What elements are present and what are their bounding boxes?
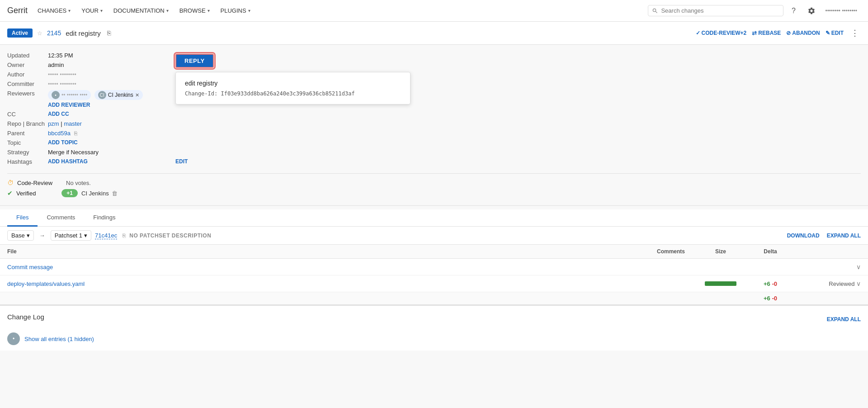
- change-title: edit registry: [66, 29, 101, 37]
- table-row: deploy-templates/values.yaml +6 -0 Revie…: [0, 275, 868, 292]
- your-chevron-icon: ▾: [100, 8, 103, 13]
- abandon-button[interactable]: ⊘ ABANDON: [786, 30, 820, 36]
- strategy-row: Strategy Merge if Necessary: [7, 149, 161, 156]
- reviewer2-remove-button[interactable]: ✕: [135, 92, 139, 98]
- tab-files[interactable]: Files: [7, 209, 38, 227]
- meta-section: Updated 12:35 PM Owner admin Author ••••…: [7, 52, 861, 173]
- reply-button[interactable]: REPLY: [175, 54, 214, 68]
- reviewer2-avatar: CI: [98, 91, 106, 99]
- delete-vote-button[interactable]: 🗑: [112, 190, 118, 197]
- patchset-actions: DOWNLOAD EXPAND ALL: [787, 232, 861, 239]
- download-button[interactable]: DOWNLOAD: [787, 232, 820, 239]
- pending-icon: ⏱: [7, 179, 14, 186]
- total-delta-remove: -0: [772, 295, 777, 302]
- base-select[interactable]: Base ▾: [7, 230, 34, 241]
- header-actions: ✓ CODE-REVIEW+2 ⇄ REBASE ⊘ ABANDON ✎ EDI…: [696, 27, 861, 39]
- copy-change-id-button[interactable]: ⎘: [105, 28, 113, 38]
- expand-all-button[interactable]: EXPAND ALL: [827, 232, 861, 239]
- repo-branch-row: Repo | Branch pzm | master: [7, 120, 161, 127]
- meta-left: Updated 12:35 PM Owner admin Author ••••…: [7, 52, 161, 168]
- plugins-chevron-icon: ▾: [248, 8, 250, 13]
- nav-plugins[interactable]: PLUGINS ▾: [216, 0, 255, 22]
- change-log-expand-all[interactable]: EXPAND ALL: [827, 316, 861, 323]
- arrow-icon: →: [39, 232, 45, 239]
- file-link[interactable]: deploy-templates/values.yaml: [7, 280, 85, 287]
- nav-documentation[interactable]: DOCUMENTATION ▾: [109, 0, 173, 22]
- totals-row: +6 -0: [0, 292, 868, 305]
- reviewer2-chip: CI CI Jenkins ✕: [94, 90, 143, 100]
- nav-changes[interactable]: CHANGES ▾: [33, 0, 75, 22]
- verified-user: CI Jenkins: [81, 190, 109, 197]
- top-nav: Gerrit CHANGES ▾ YOUR ▾ DOCUMENTATION ▾ …: [0, 0, 868, 22]
- search-input[interactable]: [661, 7, 779, 14]
- add-cc-link[interactable]: ADD CC: [48, 111, 69, 117]
- app-logo: Gerrit: [7, 6, 28, 15]
- total-delta-add: +6: [764, 295, 770, 302]
- file-table: File Comments Size Delta Commit message …: [0, 245, 868, 305]
- change-number-link[interactable]: 2145: [47, 29, 61, 37]
- add-topic-link[interactable]: ADD TOPIC: [48, 139, 78, 146]
- copy-parent-button[interactable]: ⎘: [74, 130, 77, 137]
- show-all-entries-link[interactable]: Show all entries (1 hidden): [24, 336, 94, 342]
- rebase-button[interactable]: ⇄ REBASE: [752, 30, 781, 37]
- edit-commit-link[interactable]: EDIT: [175, 158, 188, 165]
- code-review-button[interactable]: ✓ CODE-REVIEW+2: [696, 30, 747, 36]
- base-chevron-icon: ▾: [27, 232, 30, 239]
- files-tabs: Files Comments Findings: [0, 209, 868, 227]
- row2-expand-icon[interactable]: ∨: [856, 280, 861, 287]
- change-log-entry: • Show all entries (1 hidden): [7, 331, 861, 347]
- popup-title: edit registry: [185, 80, 401, 87]
- hashtags-row: Hashtags ADD HASHTAG: [7, 158, 161, 165]
- help-button[interactable]: ?: [785, 3, 802, 19]
- delta-remove: -0: [772, 280, 777, 287]
- tab-findings[interactable]: Findings: [84, 209, 124, 227]
- parent-link[interactable]: bbcd59a: [48, 130, 71, 137]
- main-content: Updated 12:35 PM Owner admin Author ••••…: [0, 45, 868, 205]
- add-hashtag-link[interactable]: ADD HASHTAG: [48, 158, 88, 165]
- change-log-section: Change Log EXPAND ALL • Show all entries…: [0, 305, 868, 351]
- reply-section: REPLY edit registry Change-Id: If03e933d…: [175, 52, 214, 168]
- add-reviewer-link[interactable]: ADD REVIEWER: [48, 102, 90, 108]
- section-divider: [0, 205, 868, 206]
- cc-row: CC ADD CC: [7, 111, 161, 118]
- settings-button[interactable]: [803, 3, 820, 19]
- avatar: •: [7, 332, 20, 345]
- reviewer1-avatar: •: [52, 91, 60, 99]
- repo-link[interactable]: pzm: [48, 120, 59, 127]
- browse-chevron-icon: ▾: [208, 8, 210, 13]
- commit-hash-link[interactable]: 71c41ec: [95, 232, 117, 239]
- nav-your[interactable]: YOUR ▾: [77, 0, 107, 22]
- more-actions-button[interactable]: ⋮: [849, 27, 861, 39]
- star-icon[interactable]: ☆: [37, 30, 42, 37]
- code-review-vote-row: ⏱ Code-Review No votes.: [7, 179, 861, 186]
- row-expand-icon[interactable]: ∨: [856, 263, 861, 270]
- search-bar: [648, 5, 783, 16]
- patchset-select[interactable]: Patchset 1 ▾: [51, 230, 91, 241]
- verified-badge: +1: [61, 189, 78, 197]
- verified-vote-row: ✔ Verified +1 CI Jenkins 🗑: [7, 189, 861, 197]
- delta-add: +6: [764, 280, 770, 287]
- tab-comments[interactable]: Comments: [38, 209, 84, 227]
- popup-change-id: Change-Id: If03e933dd8ba626a240e3c399a63…: [185, 90, 401, 97]
- commit-message-link[interactable]: Commit message: [7, 264, 53, 270]
- copy-hash-button[interactable]: ⎘: [123, 232, 126, 239]
- reviewers-row: Reviewers • •• •••••• •••• CI CI Jenkins…: [7, 90, 161, 108]
- file-table-header: File Comments Size Delta: [0, 245, 868, 259]
- edit-button[interactable]: ✎ EDIT: [826, 30, 844, 36]
- nav-browse[interactable]: BROWSE ▾: [175, 0, 214, 22]
- rebase-icon: ⇄: [752, 30, 757, 37]
- abandon-icon: ⊘: [786, 30, 791, 36]
- reviewed-label: Reviewed: [829, 280, 854, 287]
- updated-row: Updated 12:35 PM: [7, 52, 161, 59]
- verified-checkmark-icon: ✔: [7, 190, 13, 197]
- committer-row: Committer ••••• ••••••••: [7, 81, 161, 87]
- reply-area: REPLY edit registry Change-Id: If03e933d…: [175, 54, 214, 68]
- change-log-title: Change Log: [7, 313, 44, 321]
- votes-section: ⏱ Code-Review No votes. ✔ Verified +1 CI…: [7, 173, 861, 205]
- changes-chevron-icon: ▾: [68, 8, 71, 13]
- reply-popup: edit registry Change-Id: If03e933dd8ba62…: [175, 72, 410, 104]
- checkmark-icon: ✓: [696, 30, 700, 36]
- search-icon: [652, 8, 658, 14]
- topic-row: Topic ADD TOPIC: [7, 139, 161, 146]
- branch-link[interactable]: master: [64, 120, 82, 127]
